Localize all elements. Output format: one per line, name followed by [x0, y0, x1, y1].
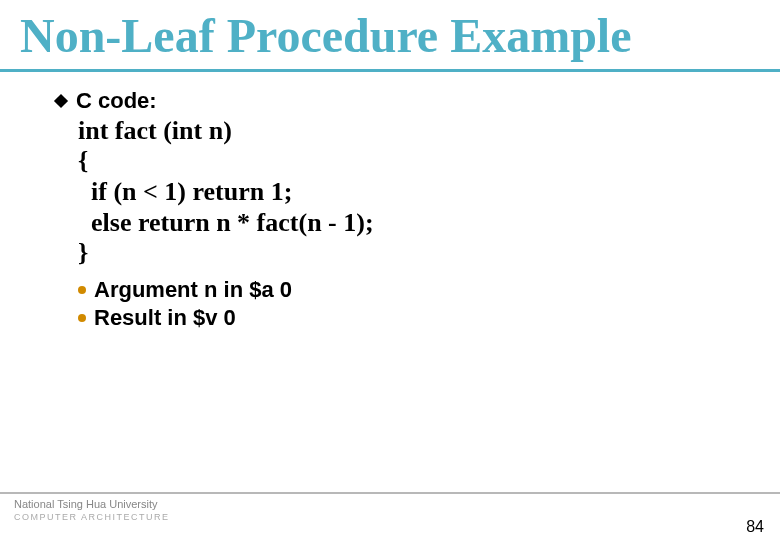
footer-org: National Tsing Hua University [14, 498, 157, 510]
footer-dept: COMPUTER ARCHITECTURE [14, 512, 170, 522]
sub-bullets: Argument n in $a 0 Result in $v 0 [78, 277, 740, 331]
sub-text: Argument n in $a 0 [94, 277, 292, 303]
slide-title: Non-Leaf Procedure Example [0, 0, 780, 69]
sub-text: Result in $v 0 [94, 305, 236, 331]
footer-divider [0, 492, 780, 494]
diamond-icon [54, 94, 68, 108]
footer: National Tsing Hua University COMPUTER A… [0, 492, 780, 532]
bullet-row: C code: [56, 88, 740, 114]
dot-icon [78, 314, 86, 322]
page-number: 84 [746, 518, 764, 536]
bullet-label: C code: [76, 88, 157, 114]
content-area: C code: int fact (int n) { if (n < 1) re… [0, 72, 780, 331]
dot-icon [78, 286, 86, 294]
sub-row: Result in $v 0 [78, 305, 740, 331]
sub-row: Argument n in $a 0 [78, 277, 740, 303]
code-block: int fact (int n) { if (n < 1) return 1; … [78, 116, 740, 269]
